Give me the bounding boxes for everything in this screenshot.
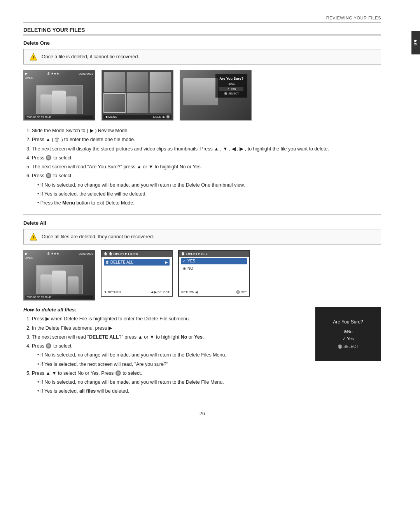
- ht-bullet-5-2: If Yes is selected, all files will be de…: [37, 387, 307, 395]
- how-to-4-bullets: If No is selected, no change will be mad…: [32, 351, 307, 369]
- screen-1-play-icon: ▶: [25, 72, 28, 75]
- page-header: REVIEWING YOUR FILES: [23, 16, 381, 20]
- side-tab-en: En: [411, 31, 420, 54]
- thumb-3: [149, 72, 172, 92]
- warning-icon-2: !: [29, 232, 38, 241]
- how-to-3: The next screen will read "DELETE ALL?" …: [32, 333, 307, 341]
- da-s1-timestamp: 2003:08:30 13:20:41: [26, 296, 51, 299]
- are-you-sure-select: 🔘 SELECT: [219, 92, 243, 95]
- section-divider: [23, 214, 381, 215]
- are-you-sure-no: ⊗No: [219, 82, 243, 86]
- menu-header: 🗑 🗑 DELETE FILES: [102, 251, 172, 257]
- standalone-are-you-sure: Are You Sure? ⊗No ✓ Yes 🔘 SELECT: [315, 307, 381, 361]
- confirm-footer: RETURN ◀ 🔘 SET: [179, 290, 249, 295]
- delete-all-screen-1: ▶ 🗑 ★★★ 0001/0005 JPEG 2003:08:30 13:20:…: [23, 250, 95, 301]
- da-s1-counter: 0001/0005: [79, 252, 93, 255]
- menu-trash-icon: 🗑: [104, 252, 107, 256]
- confirm-yes-row: ✓ YES: [181, 258, 247, 264]
- da-s1-play: ▶: [25, 252, 28, 255]
- how-to-section: How to delete all files: Press ▶ when De…: [23, 307, 381, 402]
- confirm-set: 🔘 SET: [236, 290, 247, 294]
- da-s1-icons: 🗑 ★★★: [47, 252, 59, 255]
- delete-one-title: Delete One: [23, 40, 381, 46]
- standalone-select: 🔘 SELECT: [338, 344, 359, 349]
- menu-footer: ▼ RETURN ◀ ▶ SELECT: [102, 290, 172, 295]
- warning-icon-1: !: [29, 52, 38, 61]
- menu-header-text: 🗑 DELETE FILES: [109, 252, 138, 256]
- how-to-text: How to delete all files: Press ▶ when De…: [23, 307, 307, 402]
- confirm-no-text: NO: [187, 266, 193, 271]
- instruction-6: Press 🔘 to select. If No is selected, no…: [32, 172, 381, 207]
- confirm-header-text: DELETE ALL: [186, 252, 208, 256]
- standalone-select-text: 🔘 SELECT: [338, 344, 359, 349]
- confirm-no-row: ⊗ NO: [181, 265, 247, 272]
- how-to-4: Press 🔘 to select. If No is selected, no…: [32, 342, 307, 369]
- how-to-title: How to delete all files:: [23, 307, 307, 313]
- section-title: DELETING YOUR FILES: [23, 27, 381, 35]
- thumb-4: [103, 93, 126, 113]
- delete-files-menu-screen: 🗑 🗑 DELETE FILES 🗑 DELETE ALL ▶ ▼ RETURN…: [101, 250, 173, 297]
- instruction-3: The next screen will display the stored …: [32, 145, 381, 153]
- delete-all-title: Delete All: [23, 220, 381, 226]
- warning-text-1: Once a file is deleted, it cannot be rec…: [42, 54, 139, 59]
- top-divider: [23, 23, 381, 23]
- warning-box-1: ! Once a file is deleted, it cannot be r…: [23, 49, 381, 65]
- ht-bullet-4-2: If Yes is selected, the next screen will…: [37, 360, 307, 369]
- thumb-2: [126, 72, 149, 92]
- screen-1-timestamp: 2003:08:30 13:20:41: [26, 116, 51, 119]
- screen-1-top-bar: ▶ 🗑 ★★★ 0001/0005: [25, 72, 93, 75]
- menu-arrow: ▶: [165, 260, 168, 264]
- delete-one-instructions: Slide the Mode Switch to ( ▶ ) Review Mo…: [23, 127, 381, 207]
- instruction-4: Press 🔘 to select.: [32, 154, 381, 162]
- header-text: REVIEWING YOUR FILES: [326, 16, 381, 20]
- are-you-sure-overlay: Are You Sure? ⊗No ✓ Yes 🔘 SELECT: [215, 74, 247, 98]
- are-you-sure-yes: ✓ Yes: [219, 87, 243, 91]
- da-s1-bottom: 2003:08:30 13:20:41: [25, 295, 93, 299]
- standalone-no: ⊗No: [343, 329, 352, 334]
- svg-text:!: !: [33, 235, 34, 240]
- menu-item-row: 🗑 DELETE ALL ▶: [102, 257, 172, 267]
- how-to-5-bullets: If No is selected, no change will be mad…: [32, 378, 307, 396]
- standalone-no-text: ⊗No: [343, 329, 352, 334]
- screen-1-icons: 🗑 ★★★: [47, 72, 59, 75]
- confirm-yes-text: YES: [187, 259, 195, 263]
- screen-1-single-photo: ▶ 🗑 ★★★ 0001/0005 JPEG 2003:08:30 13:20:…: [23, 70, 95, 121]
- screen-3-are-you-sure: Are You Sure? ⊗No ✓ Yes 🔘 SELECT: [180, 70, 252, 121]
- bullet-6-1: If No is selected, no change will be mad…: [37, 181, 381, 189]
- warning-box-2: ! Once all files are deleted, they canno…: [23, 229, 381, 245]
- ht-bullet-5-1: If No is selected, no change will be mad…: [37, 378, 307, 386]
- instruction-1: Slide the Mode Switch to ( ▶ ) Review Mo…: [32, 127, 381, 135]
- da-screen-1-top: ▶ 🗑 ★★★ 0001/0005: [25, 252, 93, 255]
- confirm-cross: ⊗: [183, 266, 186, 271]
- screen-1-label: JPEG: [25, 76, 93, 80]
- standalone-yes: ✓ Yes: [342, 336, 354, 341]
- how-to-list: Press ▶ when Delete File is highlighted …: [23, 315, 307, 395]
- delete-all-confirm-screen: 🗑 DELETE ALL ✓ YES ⊗ NO RETURN ◀ 🔘 SET: [178, 250, 250, 297]
- screen-1-photo-area: [25, 80, 93, 119]
- confirm-header: 🗑 DELETE ALL: [179, 251, 249, 257]
- standalone-title: Are You Sure?: [333, 319, 363, 325]
- svg-text:!: !: [33, 55, 34, 60]
- confirm-trash-icon: 🗑: [181, 252, 185, 256]
- thumb-5: [126, 93, 149, 113]
- da-s1-photo: [25, 260, 93, 299]
- menu-return: ▼ RETURN: [104, 290, 121, 294]
- delete-all-section: Delete All ! Once all files are deleted,…: [23, 220, 381, 402]
- menu-delete-all-text: 🗑 DELETE ALL: [105, 260, 133, 264]
- bullet-6-2: If Yes is selected, the selected file wi…: [37, 190, 381, 198]
- how-to-5: Press ▲ ▼ to select No or Yes. Press 🔘 t…: [32, 369, 307, 396]
- thumb-1: [103, 72, 126, 92]
- bullet-6-3: Press the Menu button to exit Delete Mod…: [37, 199, 381, 207]
- delete-one-images-row: ▶ 🗑 ★★★ 0001/0005 JPEG 2003:08:30 13:20:…: [23, 70, 381, 121]
- confirm-return: RETURN ◀: [181, 290, 198, 294]
- how-to-1: Press ▶ when Delete File is highlighted …: [32, 315, 307, 323]
- screen-2-bottom: ◀ MENU DELETE 🔘: [103, 115, 172, 119]
- how-to-2: In the Delete Files submenu, press ▶: [32, 324, 307, 332]
- thumb-grid: [103, 72, 172, 113]
- confirm-checkmark: ✓: [183, 259, 186, 263]
- confirm-items: ✓ YES ⊗ NO: [179, 257, 249, 273]
- standalone-yes-text: ✓ Yes: [342, 336, 354, 341]
- instruction-2: Press ▲ ( 🗑 ) to enter the delete one fi…: [32, 136, 381, 144]
- menu-delete-all-item: 🗑 DELETE ALL ▶: [104, 259, 170, 266]
- instruction-6-bullets: If No is selected, no change will be mad…: [32, 181, 381, 208]
